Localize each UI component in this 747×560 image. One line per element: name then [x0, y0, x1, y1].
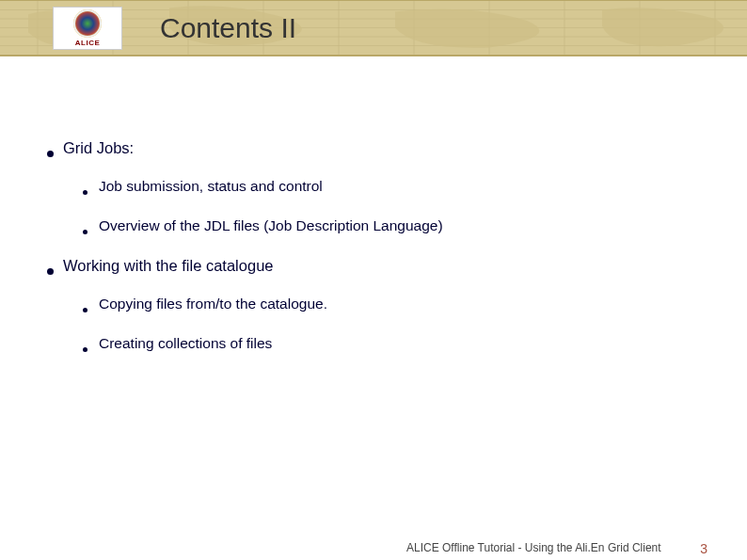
- bullet-icon: [47, 151, 54, 157]
- list-item: Job submission, status and control: [83, 178, 668, 195]
- list-item-label: Creating collections of files: [99, 335, 272, 352]
- bullet-icon: [83, 308, 87, 312]
- alice-logo: ALICE: [53, 7, 122, 50]
- list-item: Working with the file catalogue: [47, 257, 668, 275]
- list-item-label: Copying files from/to the catalogue.: [99, 296, 327, 312]
- slide-content: Grid Jobs: Job submission, status and co…: [47, 139, 668, 375]
- bullet-icon: [83, 230, 87, 234]
- footer-text: ALICE Offline Tutorial - Using the Ali.E…: [406, 541, 661, 554]
- list-item: Creating collections of files: [83, 335, 668, 352]
- list-item: Overview of the JDL files (Job Descripti…: [83, 217, 668, 234]
- bullet-icon: [83, 190, 87, 195]
- alice-logo-text: ALICE: [75, 39, 101, 47]
- list-item-label: Overview of the JDL files (Job Descripti…: [99, 217, 443, 234]
- list-item: Grid Jobs:: [47, 139, 668, 157]
- bullet-icon: [47, 268, 54, 275]
- bullet-icon: [83, 347, 87, 352]
- page-number: 3: [700, 541, 707, 556]
- list-item-label: Working with the file catalogue: [63, 257, 273, 275]
- list-item-label: Job submission, status and control: [99, 178, 323, 195]
- list-item-label: Grid Jobs:: [63, 139, 134, 157]
- alice-logo-icon: [73, 9, 102, 38]
- slide-title: Contents II: [160, 12, 296, 44]
- header-band: ALICE Contents II: [0, 0, 747, 56]
- list-item: Copying files from/to the catalogue.: [83, 296, 668, 312]
